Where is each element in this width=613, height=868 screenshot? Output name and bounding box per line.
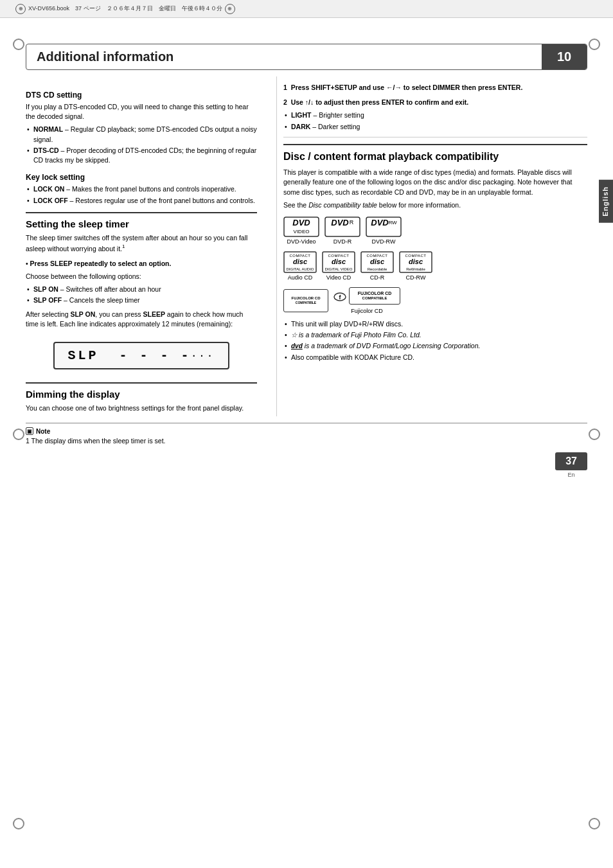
header-bar: Additional information 10 [26,44,587,70]
svg-text:DIGITAL AUDIO: DIGITAL AUDIO [286,267,314,271]
video-cd-logo-item: COMPACT disc DIGITAL VIDEO Video CD [322,251,355,281]
dimming-options: LIGHT – Brighter setting DARK – Darker s… [283,111,587,131]
content-area: DTS CD setting If you play a DTS-encoded… [26,70,587,416]
dimming-instr-1: 1 Press SHIFT+SETUP and use ←/→ to selec… [283,83,587,93]
fuji-compat-wrapper: f FUJICOLOR CD COMPATIBLE [333,287,400,306]
svg-text:DVD: DVD [371,218,389,227]
audio-cd-label: Audio CD [283,274,317,281]
dimming-instr-2: 2 Use ↑/↓ to adjust then press ENTER to … [283,98,587,107]
english-tab: English [599,180,613,223]
dvd-video-logo: DVD VIDEO [283,217,319,237]
note-label: ▣ Note [26,427,587,435]
disc-intro: This player is compatible with a wide ra… [283,168,587,197]
dvd-r-label: DVD-R [324,238,360,245]
svg-text:disc: disc [370,258,384,265]
sleep-options-list: SLP ON – Switches off after about an hou… [26,285,257,305]
svg-text:VIDEO: VIDEO [294,229,310,235]
fuji-compat-logo: FUJICOLOR CD COMPATIBLE [349,287,400,305]
note-word: Note [36,428,50,435]
sleep-instruction-bold: Press SLEEP repeatedly to select an opti… [30,260,172,267]
cdrw-logo-item: COMPACT disc ReWritable CD-RW [399,251,432,281]
page-number: 37 [555,452,587,470]
footer: 37 En [26,452,587,478]
cdrw-label: CD-RW [399,274,432,281]
note-icon: ▣ [26,427,33,435]
disc-bullet-3-text: is a trademark of DVD Format/Logo Licens… [305,342,481,350]
audio-cd-logo: COMPACT disc DIGITAL AUDIO [283,251,317,273]
disc-bullet-1: This unit will play DVD+R/+RW discs. [283,319,587,329]
cdr-logo-item: COMPACT disc Recordable CD-R [360,251,394,281]
right-column: 1 Press SHIFT+SETUP and use ←/→ to selec… [276,76,587,416]
fuji-logo-1-line1: FUJICOLOR CD [292,296,321,301]
dimming-heading: Dimming the display [26,389,257,400]
cdr-logo: COMPACT disc Recordable [360,251,394,273]
dts-normal-bold: NORMAL [33,125,63,133]
svg-text:RW: RW [388,220,397,226]
dimming-section: Dimming the display You can choose one o… [26,382,257,413]
fuji-logo-item-2: f FUJICOLOR CD COMPATIBLE Fujicolor CD [333,287,400,314]
svg-text:disc: disc [293,258,307,265]
top-strip: ⊕ XV-DV656.book 37 ページ ２０６年４月７日 金曜日 午後６時… [0,0,613,18]
slp-off: SLP OFF – Cancels the sleep timer [26,296,257,305]
svg-text:R: R [350,219,354,226]
fuji-logo-1: FUJICOLOR CD COMPATIBLE [283,289,328,312]
dim-step2-bold: 2 Use ↑/↓ to adjust then press ENTER to … [283,98,468,106]
reg-mark-left: ⊕ [15,4,26,14]
note-text: 1 The display dims when the sleep timer … [26,436,587,446]
fuji-compat-line2: COMPATIBLE [362,296,387,301]
dim-step1-bold: 1 Press SHIFT+SETUP and use ←/→ to selec… [283,84,522,91]
dimming-intro: You can choose one of two brightness set… [26,403,257,413]
dark-option: DARK – Darker setting [283,122,587,132]
slp-display-wrapper: SLP - - - -··· [26,335,257,376]
svg-text:DVD: DVD [292,218,310,227]
dts-list-item-normal: NORMAL – Regular CD playback; some DTS-e… [26,125,257,144]
dvd-rw-logo-item: DVD RW DVD-RW [366,217,402,245]
corner-tl [13,39,24,50]
video-cd-label: Video CD [322,274,355,281]
sleep-choose: Choose between the following options: [26,272,257,281]
fuji-icon: f [333,290,346,303]
lock-off-bold: LOCK OFF [33,197,68,204]
svg-text:DIGITAL VIDEO: DIGITAL VIDEO [324,267,352,271]
corner-ml [13,429,24,440]
dvd-r-logo-item: DVD R DVD-R [324,217,360,245]
chapter-badge: 10 [542,44,587,69]
dts-heading: DTS CD setting [26,91,257,100]
dts-dtscd-bold: DTS-CD [33,146,59,154]
slp-on-bold: SLP ON [33,285,58,293]
page-title: Additional information [26,44,542,69]
divider-right [283,137,587,137]
fuji-logos-row: FUJICOLOR CD COMPATIBLE f FUJIC [283,287,587,314]
corner-bl [13,818,24,829]
video-cd-logo: COMPACT disc DIGITAL VIDEO [322,251,355,273]
svg-text:disc: disc [409,258,423,265]
slp-on: SLP ON – Switches off after about an hou… [26,285,257,294]
svg-text:DVD: DVD [331,218,349,227]
corner-br [589,818,600,829]
dimming-instructions: 1 Press SHIFT+SETUP and use ←/→ to selec… [283,83,587,132]
file-info: XV-DV656.book 37 ページ ２０６年４月７日 金曜日 午後６時４０… [28,4,222,13]
fuji-compat-line1: FUJICOLOR CD [358,290,392,296]
dvd-r-logo: DVD R [324,217,360,237]
dvd-trademark-logo: dvd [291,342,303,350]
sleep-ref: SLEEP [143,310,164,318]
slp-off-bold: SLP OFF [33,296,62,304]
cdr-label: CD-R [360,274,394,281]
fuji-trademark-icon: ☆ [291,331,297,339]
dvd-rw-label: DVD-RW [366,238,402,245]
dvd-video-label: DVD-Video [283,238,319,245]
svg-text:disc: disc [332,258,346,265]
dts-intro: If you play a DTS-encoded CD, you will n… [26,102,257,121]
svg-text:ReWritable: ReWritable [406,267,425,271]
sleep-after-text: After selecting SLP ON, you can press SL… [26,310,257,329]
fuji-label: Fujicolor CD [351,308,383,314]
sleep-intro: The sleep timer switches off the system … [26,233,257,254]
dvd-logos-row: DVD VIDEO DVD-Video DVD R DVD-R [283,217,587,245]
svg-text:f: f [339,294,342,301]
note-section: ▣ Note 1 The display dims when the sleep… [26,423,587,446]
keylock-list: LOCK ON – Makes the front panel buttons … [26,184,257,205]
fuji-logo-1-line2: COMPATIBLE [296,301,316,305]
disc-bullet-2: ☆ is a trademark of Fuji Photo Film Co. … [283,330,587,340]
cdrw-logo: COMPACT disc ReWritable [399,251,432,273]
svg-text:Recordable: Recordable [368,267,387,271]
